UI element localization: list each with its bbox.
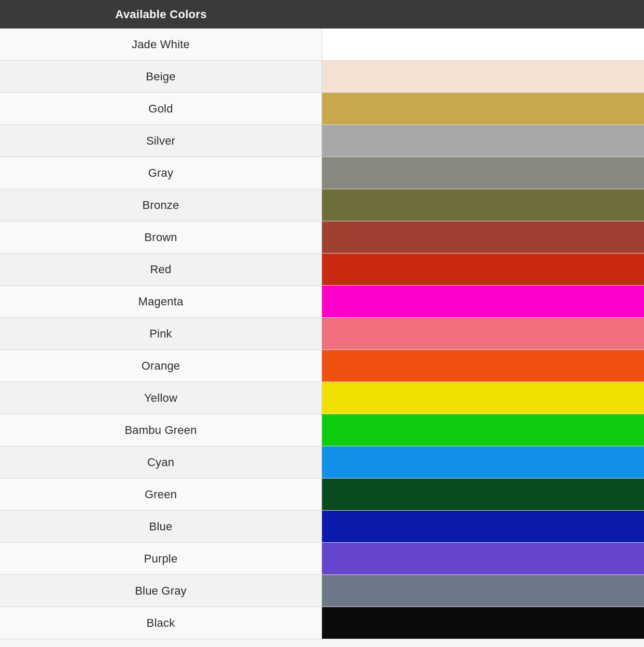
color-name-text: Brown: [144, 231, 177, 244]
color-swatch-cell: [322, 93, 644, 124]
color-name-text: Jade White: [132, 38, 190, 51]
color-swatch-cell: [322, 446, 644, 478]
color-name-cell: Jade White: [0, 29, 322, 60]
color-name-text: Yellow: [144, 391, 177, 405]
color-swatch: [322, 350, 644, 382]
color-swatch: [322, 189, 644, 221]
color-swatch: [322, 543, 644, 574]
color-swatch-cell: [322, 511, 644, 542]
color-name-cell: Blue Gray: [0, 575, 322, 607]
color-name-cell: Green: [0, 479, 322, 510]
color-row: Red: [0, 254, 644, 286]
color-swatch: [322, 511, 644, 542]
color-swatch: [322, 93, 644, 124]
color-swatch: [322, 221, 644, 253]
color-swatch-cell: [322, 543, 644, 574]
color-row: Silver: [0, 125, 644, 157]
color-swatch: [322, 286, 644, 317]
color-name-text: Black: [147, 616, 175, 630]
color-swatch-cell: [322, 318, 644, 349]
color-swatch-cell: [322, 61, 644, 92]
color-row: Pink: [0, 318, 644, 350]
color-swatch-cell: [322, 221, 644, 253]
color-swatch: [322, 479, 644, 510]
color-swatch-cell: [322, 382, 644, 414]
color-name-text: Red: [150, 263, 172, 276]
color-name-text: Purple: [144, 552, 178, 566]
color-swatch-cell: [322, 414, 644, 446]
color-row: Purple: [0, 543, 644, 575]
color-name-text: Blue: [149, 520, 173, 533]
color-name-cell: Red: [0, 254, 322, 285]
color-row: Beige: [0, 61, 644, 93]
color-name-cell: Orange: [0, 350, 322, 382]
color-name-text: Blue Gray: [135, 584, 187, 598]
color-row: Bronze: [0, 189, 644, 221]
color-name-cell: Bronze: [0, 189, 322, 221]
color-row: Blue Gray: [0, 575, 644, 607]
color-swatch-cell: [322, 575, 644, 607]
color-name-text: Pink: [149, 327, 172, 341]
color-name-cell: Magenta: [0, 286, 322, 317]
color-name-cell: Black: [0, 607, 322, 639]
color-name-text: Gray: [148, 166, 173, 180]
color-swatch-cell: [322, 254, 644, 285]
color-swatch: [322, 61, 644, 92]
color-row: Gray: [0, 157, 644, 189]
color-swatch: [322, 575, 644, 607]
color-swatch-cell: [322, 479, 644, 510]
color-row: Black: [0, 607, 644, 639]
color-row: Orange: [0, 350, 644, 382]
color-row: Magenta: [0, 286, 644, 318]
color-row: Cyan: [0, 446, 644, 479]
color-row: Blue: [0, 511, 644, 543]
color-name-text: Beige: [146, 70, 175, 83]
color-name-cell: Brown: [0, 221, 322, 253]
color-name-text: Silver: [146, 134, 175, 148]
color-swatch-cell: [322, 350, 644, 382]
color-name-text: Green: [145, 488, 177, 501]
color-swatch-cell: [322, 286, 644, 317]
color-name-cell: Purple: [0, 543, 322, 574]
color-name-cell: Bambu Green: [0, 414, 322, 446]
color-name-text: Bronze: [143, 199, 179, 212]
color-swatch: [322, 29, 644, 60]
color-swatch-cell: [322, 29, 644, 60]
color-name-cell: Silver: [0, 125, 322, 157]
color-name-cell: Cyan: [0, 446, 322, 478]
color-name-text: Cyan: [147, 456, 174, 469]
table-title: Available Colors: [115, 8, 206, 21]
color-swatch: [322, 607, 644, 639]
color-swatch-cell: [322, 125, 644, 157]
color-name-text: Gold: [148, 102, 173, 116]
color-swatch: [322, 318, 644, 349]
color-name-cell: Yellow: [0, 382, 322, 414]
color-swatch: [322, 382, 644, 414]
table-header: Available Colors: [0, 0, 644, 29]
color-row: Green: [0, 479, 644, 511]
color-name-cell: Gray: [0, 157, 322, 189]
color-swatch-cell: [322, 607, 644, 639]
color-name-cell: Gold: [0, 93, 322, 124]
color-row: Jade White: [0, 29, 644, 61]
color-name-text: Magenta: [138, 295, 183, 308]
color-name-cell: Pink: [0, 318, 322, 349]
color-name-cell: Blue: [0, 511, 322, 542]
color-swatch-cell: [322, 157, 644, 189]
color-name-cell: Beige: [0, 61, 322, 92]
color-swatch-cell: [322, 189, 644, 221]
color-row: Brown: [0, 221, 644, 254]
color-swatch: [322, 446, 644, 478]
color-row: Gold: [0, 93, 644, 125]
color-swatch: [322, 157, 644, 189]
color-swatch: [322, 414, 644, 446]
color-row: Yellow: [0, 382, 644, 414]
color-row: Bambu Green: [0, 414, 644, 446]
color-name-text: Orange: [142, 359, 180, 373]
color-swatch: [322, 254, 644, 285]
color-rows-container: Jade WhiteBeigeGoldSilverGrayBronzeBrown…: [0, 29, 644, 639]
available-colors-table: Available Colors Jade WhiteBeigeGoldSilv…: [0, 0, 644, 639]
color-name-text: Bambu Green: [124, 424, 197, 437]
header-label-cell: Available Colors: [0, 8, 322, 21]
color-swatch: [322, 125, 644, 157]
